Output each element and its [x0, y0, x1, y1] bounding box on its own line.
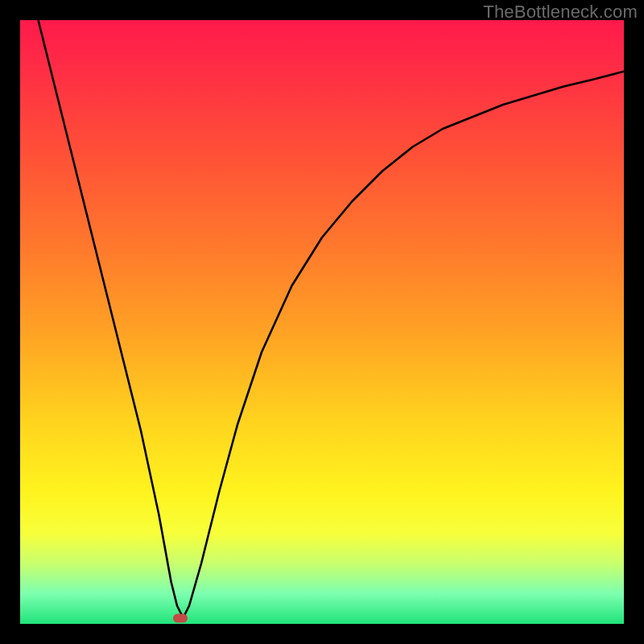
optimum-marker: [173, 613, 188, 622]
curve-svg: [20, 20, 624, 624]
plot-area: [20, 20, 624, 624]
bottleneck-curve-path: [39, 20, 625, 618]
chart-frame: TheBottleneck.com: [0, 0, 644, 644]
attribution-text: TheBottleneck.com: [483, 2, 638, 23]
